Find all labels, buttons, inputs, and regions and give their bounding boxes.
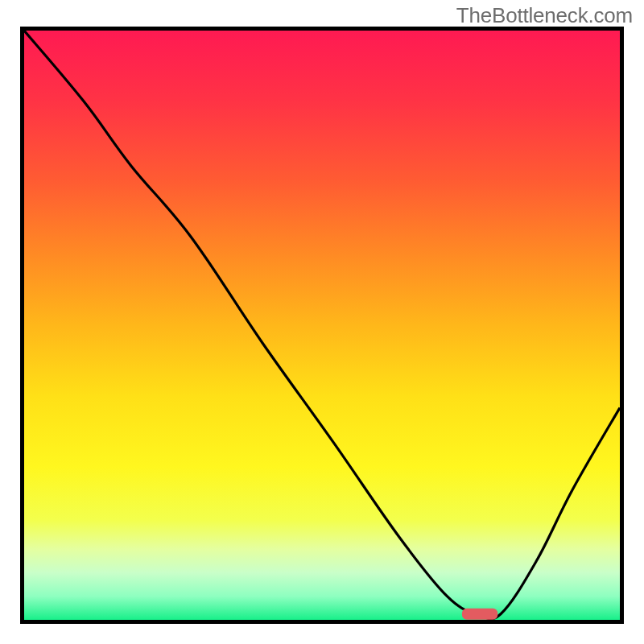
optimal-marker bbox=[462, 609, 497, 620]
watermark-text: TheBottleneck.com bbox=[456, 3, 633, 28]
chart-plot bbox=[24, 31, 620, 620]
bottleneck-curve bbox=[24, 31, 620, 619]
chart-frame bbox=[20, 27, 624, 624]
